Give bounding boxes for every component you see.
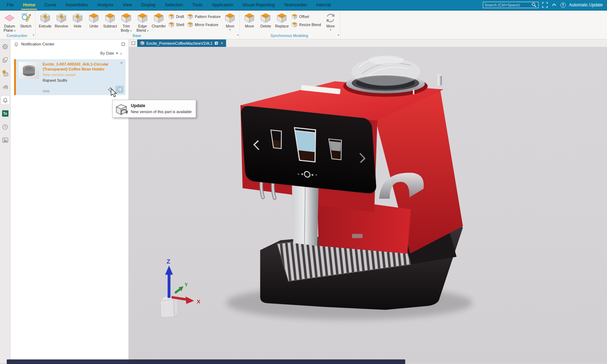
resize-blend-icon xyxy=(291,21,298,28)
subtract-button[interactable]: Subtract xyxy=(102,12,118,29)
mirror-feature-button[interactable]: Mirror Feature xyxy=(186,21,222,28)
revolve-icon xyxy=(56,12,67,24)
panel-popout-icon[interactable] xyxy=(122,43,125,46)
tab-active-part[interactable]: Excite_PremiereCoffeeMachineV2/A;1 × xyxy=(137,39,226,47)
coffee-machine-model[interactable]: Z X Y xyxy=(129,47,607,363)
orientation-triad[interactable]: Z X Y xyxy=(160,258,200,318)
caret-down-icon: ▾ xyxy=(330,29,331,31)
y-axis-label: Y xyxy=(184,282,188,288)
part-file-icon xyxy=(140,41,145,45)
menu-teamcenter[interactable]: Teamcenter xyxy=(279,0,311,10)
more-stack-icon xyxy=(224,12,236,24)
move-button[interactable]: Move xyxy=(241,12,257,29)
more-base-button[interactable]: More ▾ xyxy=(222,12,238,32)
menu-home[interactable]: Home xyxy=(18,0,40,10)
shell-button[interactable]: Shell xyxy=(167,21,186,28)
panel-title: Notification Center xyxy=(21,42,122,46)
unite-icon xyxy=(88,12,99,24)
datum-plane-label: Datum Plane xyxy=(4,24,15,32)
caret-down-icon: ▾ xyxy=(14,29,16,32)
edge-blend-icon xyxy=(137,12,148,24)
search-input[interactable] xyxy=(485,3,531,7)
draft-button[interactable]: Draft xyxy=(167,13,186,20)
edge-blend-button[interactable]: Edge Blend ▾ xyxy=(134,12,151,33)
search-icon[interactable] xyxy=(531,2,537,8)
menu-assemblies[interactable]: Assemblies xyxy=(61,0,92,10)
trim-body-button[interactable]: Trim Body ▾ xyxy=(118,12,134,33)
tooltip-text: New version of this part is available xyxy=(131,110,192,114)
assembly-navigator-button[interactable] xyxy=(1,56,10,64)
delete-button[interactable]: Delete xyxy=(257,12,274,29)
notification-time: now xyxy=(43,89,49,93)
video-progress-bar[interactable] xyxy=(7,359,405,364)
caret-down-icon[interactable]: ▾ xyxy=(116,51,118,55)
pattern-feature-icon xyxy=(187,13,193,20)
menu-curve[interactable]: Curve xyxy=(40,0,61,10)
more-sync-button[interactable]: More ▾ xyxy=(322,12,339,32)
ribbon: Datum Plane ▾ Sketch Construction ▾ Extr… xyxy=(0,11,607,39)
menubar: File Home Curve Assemblies Analysis View… xyxy=(0,0,607,11)
menu-tools[interactable]: Tools xyxy=(188,0,207,10)
resize-blend-button[interactable]: Resize Blend xyxy=(290,21,322,28)
bell-icon xyxy=(13,41,19,47)
caret-down-icon: ▾ xyxy=(130,29,132,32)
sketch-icon xyxy=(20,12,31,24)
menu-file[interactable]: File xyxy=(2,0,18,10)
group-label-construction[interactable]: Construction ▾ xyxy=(0,33,35,39)
minimize-ribbon-icon[interactable] xyxy=(551,2,557,8)
menu-display[interactable]: Display xyxy=(137,0,160,10)
ribbon-group-synchronous-modeling: Move Delete Replace Offset xyxy=(240,11,340,39)
reuse-library-button[interactable] xyxy=(1,82,10,91)
datum-plane-button[interactable]: Datum Plane ▾ xyxy=(1,12,18,33)
notification-item[interactable]: Excite_3-007-000243_A/A;1-Circular (Tran… xyxy=(14,59,126,95)
render-gallery-button[interactable] xyxy=(1,136,10,144)
unite-button[interactable]: Unite xyxy=(86,12,102,29)
menu-application[interactable]: Application xyxy=(207,0,238,10)
automatic-update-label[interactable]: Automatic Update xyxy=(569,2,603,7)
window-restore-icon[interactable] xyxy=(132,42,135,45)
y-axis-arrow[interactable] xyxy=(175,289,181,293)
history-button[interactable] xyxy=(1,123,10,131)
menu-analysis[interactable]: Analysis xyxy=(92,0,118,10)
menu-selection[interactable]: Selection xyxy=(160,0,188,10)
brand-plate xyxy=(352,234,363,238)
datum-plane-icon xyxy=(4,12,15,24)
offset-button[interactable]: Offset xyxy=(290,13,322,20)
sort-by-date-label[interactable]: By Date xyxy=(100,51,114,55)
hole-button[interactable]: Hole xyxy=(69,12,86,29)
notification-author: Rajneet Sodhi xyxy=(43,78,123,82)
caret-down-icon: ▾ xyxy=(229,29,231,31)
tab-bar: Excite_PremiereCoffeeMachineV2/A;1 × xyxy=(129,39,607,47)
group-label-synchronous-modeling[interactable]: Synchronous Modeling ▾ xyxy=(240,33,340,39)
notification-center-button[interactable] xyxy=(1,96,10,104)
hopper-knob xyxy=(436,74,442,85)
settings-button[interactable] xyxy=(1,42,10,51)
sketch-button[interactable]: Sketch xyxy=(18,12,34,29)
nx-application-window: File Home Curve Assemblies Analysis View… xyxy=(0,0,607,364)
tab-close-icon[interactable]: × xyxy=(221,41,223,46)
help-icon[interactable]: ? xyxy=(560,2,566,8)
part-thumbnail xyxy=(19,62,39,79)
menu-visual-reporting[interactable]: Visual Reporting xyxy=(238,0,279,10)
revolve-button[interactable]: Revolve xyxy=(53,12,69,29)
replace-button[interactable]: Replace xyxy=(274,12,290,29)
fullscreen-icon[interactable] xyxy=(542,2,548,8)
notification-title[interactable]: Excite_3-007-000243_A/A;1-Circular (Tran… xyxy=(43,62,123,72)
ribbon-group-construction: Datum Plane ▾ Sketch Construction ▾ xyxy=(0,11,36,39)
group-label-base[interactable]: Base ▾ xyxy=(36,33,239,39)
graphics-viewport[interactable]: Z X Y xyxy=(129,47,607,363)
sort-direction-icon[interactable]: ↓ xyxy=(120,51,122,56)
tab-label: Excite_PremiereCoffeeMachineV2/A;1 xyxy=(146,41,213,45)
menu-internal[interactable]: Internal xyxy=(311,0,335,10)
delete-face-icon xyxy=(260,12,271,24)
visual-reports-button[interactable] xyxy=(1,69,10,78)
refresh-arrows-icon xyxy=(325,12,336,24)
menu-view[interactable]: View xyxy=(118,0,137,10)
pattern-feature-button[interactable]: Pattern Feature xyxy=(186,13,222,20)
close-icon[interactable]: × xyxy=(120,61,123,65)
chamfer-button[interactable]: Chamfer xyxy=(151,12,167,29)
extrude-button[interactable]: Extrude xyxy=(37,12,53,29)
trim-body-icon xyxy=(121,12,132,24)
teamcenter-navigator-button[interactable]: Te xyxy=(1,109,10,118)
subtract-icon xyxy=(104,12,116,24)
